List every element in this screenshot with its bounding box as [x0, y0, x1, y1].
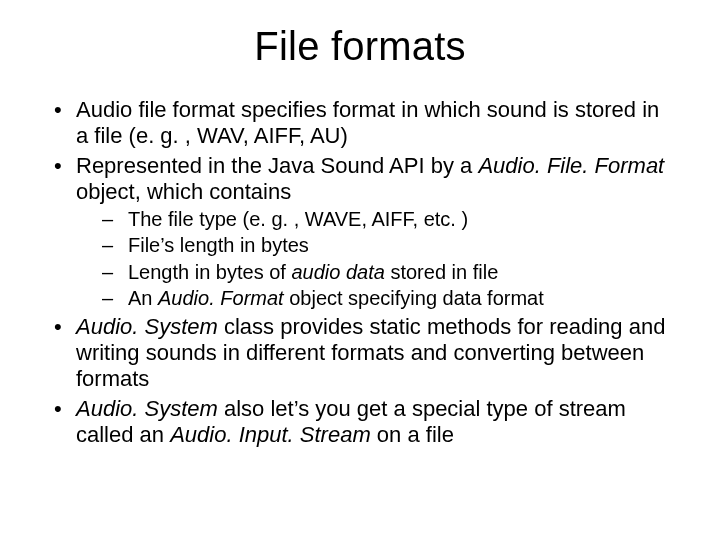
emphasis-text: audio data [291, 261, 384, 283]
bullet-text: stored in file [385, 261, 498, 283]
bullet-text: File’s length in bytes [128, 234, 309, 256]
bullet-text: Represented in the Java Sound API by a [76, 153, 478, 178]
emphasis-text: Audio. Format [158, 287, 284, 309]
sub-bullet-item: An Audio. Format object specifying data … [76, 286, 670, 310]
bullet-text: on a file [371, 422, 454, 447]
bullet-text: Length in bytes of [128, 261, 291, 283]
emphasis-text: Audio. Input. Stream [170, 422, 371, 447]
bullet-list: Audio file format specifies format in wh… [50, 97, 670, 448]
bullet-text: Audio file format specifies format in wh… [76, 97, 659, 148]
slide-title: File formats [50, 24, 670, 69]
bullet-item: Represented in the Java Sound API by a A… [50, 153, 670, 310]
sub-bullet-item: The file type (e. g. , WAVE, AIFF, etc. … [76, 207, 670, 231]
bullet-text: The file type (e. g. , WAVE, AIFF, etc. … [128, 208, 468, 230]
emphasis-text: Audio. File. Format [478, 153, 664, 178]
sub-bullet-list: The file type (e. g. , WAVE, AIFF, etc. … [76, 207, 670, 311]
bullet-text: object, which contains [76, 179, 291, 204]
slide: File formats Audio file format specifies… [0, 0, 720, 540]
emphasis-text: Audio. System [76, 314, 218, 339]
bullet-item: Audio. System also let’s you get a speci… [50, 396, 670, 448]
sub-bullet-item: File’s length in bytes [76, 233, 670, 257]
bullet-text: An [128, 287, 158, 309]
bullet-item: Audio. System class provides static meth… [50, 314, 670, 392]
bullet-item: Audio file format specifies format in wh… [50, 97, 670, 149]
sub-bullet-item: Length in bytes of audio data stored in … [76, 260, 670, 284]
bullet-text: object specifying data format [284, 287, 544, 309]
emphasis-text: Audio. System [76, 396, 218, 421]
